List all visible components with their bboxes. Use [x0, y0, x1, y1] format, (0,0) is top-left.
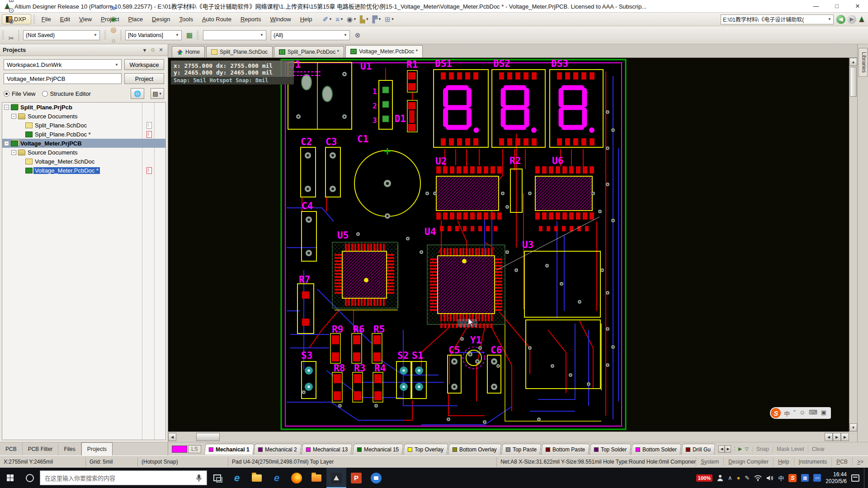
- grid-menu-icon[interactable]: ⊞▼: [383, 14, 396, 25]
- menu-place[interactable]: Place: [124, 14, 148, 25]
- folder-app-button[interactable]: [307, 468, 326, 488]
- collapse-icon[interactable]: −: [11, 150, 16, 155]
- file-view-radio[interactable]: File View: [4, 90, 36, 97]
- find-similar-icon[interactable]: ◉▼: [345, 14, 358, 25]
- layer-tab-mechanical-1[interactable]: Mechanical 1: [204, 444, 254, 455]
- user-icon[interactable]: [717, 475, 723, 481]
- doc-tab-home[interactable]: Home: [172, 46, 205, 57]
- menu-reports[interactable]: Reports: [236, 14, 266, 25]
- cursor-snap-icon[interactable]: ✐▼: [321, 14, 334, 25]
- task-view-button[interactable]: [207, 468, 227, 488]
- layer-tab-drill-gu[interactable]: Drill Gu: [681, 444, 716, 455]
- filter-select[interactable]: (All)▼: [271, 30, 350, 40]
- menu-view[interactable]: View: [75, 14, 96, 25]
- layer-tab-mechanical-15[interactable]: Mechanical 15: [352, 444, 403, 455]
- tray-expand-icon[interactable]: ∧: [728, 474, 732, 481]
- ime-toolbar[interactable]: S 中”☺⌨▣: [770, 407, 831, 419]
- clear-button[interactable]: Clear: [808, 446, 829, 452]
- libraries-panel-tab[interactable]: Libraries: [859, 48, 868, 77]
- cut-icon[interactable]: ✂: [6, 33, 17, 44]
- mask-level-button[interactable]: Mask Level: [773, 446, 808, 452]
- battery-status-badge[interactable]: 100%: [696, 474, 712, 482]
- layer-scroll-left-icon[interactable]: ◀: [718, 446, 725, 453]
- layer-tab-mechanical-2[interactable]: Mechanical 2: [254, 444, 302, 455]
- altium-taskbar-button[interactable]: [326, 468, 346, 488]
- collapse-icon[interactable]: −: [4, 141, 9, 146]
- show-desktop-button[interactable]: [864, 468, 866, 488]
- powerpoint-button[interactable]: P: [346, 468, 366, 488]
- pcb-canvas[interactable]: 123J1U1R1D1DS1DS2DS3C2C3C1U2R2U6C4U5U4U3…: [168, 58, 849, 432]
- wifi-icon[interactable]: [754, 475, 762, 481]
- structure-editor-radio[interactable]: Structure Editor: [42, 90, 91, 97]
- tray-keyboard-icon[interactable]: ▭: [813, 474, 821, 482]
- meeting-app-button[interactable]: [366, 468, 386, 488]
- collapse-icon[interactable]: −: [11, 114, 16, 119]
- browser-button[interactable]: e: [267, 468, 287, 488]
- tree-item-split-plane-schdoc[interactable]: Split_Plane.SchDoc≡≡: [2, 121, 165, 130]
- taskbar-clock[interactable]: 16:44 2020/5/6: [826, 471, 847, 485]
- panel-tab-pcb[interactable]: PCB: [0, 442, 23, 456]
- layer-tab-top-solder[interactable]: Top Solder: [590, 444, 632, 455]
- ime-keyboard-icon[interactable]: ⌨: [809, 409, 817, 418]
- status-instruments-button[interactable]: Instruments: [794, 457, 832, 466]
- pen-icon[interactable]: ✎: [745, 474, 750, 481]
- speaker-icon[interactable]: [766, 475, 774, 481]
- ime-mode-indicator[interactable]: 中: [778, 474, 784, 482]
- menu-design[interactable]: Design: [147, 14, 175, 25]
- layer-filter-icon[interactable]: ▽: [745, 446, 748, 452]
- tree-item-source-documents[interactable]: −Source Documents: [2, 148, 165, 157]
- doc-tab-split-plane-schdoc[interactable]: Split_Plane.SchDoc: [206, 46, 273, 57]
- panel-tab-projects[interactable]: Projects: [81, 442, 113, 456]
- scroll-page-right-icon[interactable]: ▶: [833, 433, 841, 441]
- vertical-scroll-thumb[interactable]: [850, 67, 857, 97]
- mask-select[interactable]: ▼: [203, 30, 266, 40]
- cortana-button[interactable]: [20, 468, 40, 488]
- zoom-format-icon[interactable]: ⊗: [6, 16, 17, 27]
- favorites-path-select[interactable]: E:\01教学材料\《电子设计辅助软(▼: [721, 14, 834, 24]
- horizontal-scroll-thumb[interactable]: [196, 433, 220, 441]
- project-button[interactable]: Project: [124, 73, 164, 84]
- interactive-route-icon[interactable]: ↗: [108, 0, 119, 3]
- menu-file[interactable]: File: [37, 14, 56, 25]
- menu-edit[interactable]: Edit: [56, 14, 75, 25]
- panel-tab-pcb-filter[interactable]: PCB Filter: [23, 442, 59, 456]
- taskbar-search-input[interactable]: 在这里输入你要搜索的内容: [40, 470, 207, 485]
- navigator-icon-button[interactable]: 🌐: [131, 88, 144, 99]
- status-pcb-button[interactable]: PCB: [831, 457, 852, 466]
- tree-item-voltage-meter-schdoc[interactable]: Voltage_Meter.SchDoc: [2, 157, 165, 166]
- home-page-icon[interactable]: [858, 16, 865, 23]
- tree-item-split-plane-prjpcb[interactable]: −Split_Plane.PrjPcb: [2, 103, 165, 112]
- layer-sets-button[interactable]: LS: [188, 445, 201, 453]
- layer-tab-bottom-paste[interactable]: Bottom Paste: [541, 444, 590, 455]
- tree-item-voltage-meter-pcbdoc[interactable]: Voltage_Meter.PcbDoc *≡≡: [2, 166, 165, 175]
- sogou-tray-icon[interactable]: S: [788, 474, 797, 482]
- layer-tab-top-overlay[interactable]: Top Overlay: [403, 444, 448, 455]
- snap-dots-icon[interactable]: ⁚: [734, 446, 736, 452]
- variations-select[interactable]: [No Variations]▼: [125, 30, 182, 40]
- panel-tab-files[interactable]: Files: [58, 442, 81, 456]
- close-button[interactable]: ✕: [847, 0, 868, 13]
- scroll-left-icon[interactable]: ◀: [168, 433, 176, 441]
- zoom-selected-icon[interactable]: ⊙: [6, 5, 17, 16]
- status--button[interactable]: >>: [852, 457, 868, 466]
- menu-auto-route[interactable]: Auto Route: [198, 14, 236, 25]
- tree-item-split-plane-pcbdoc[interactable]: Split_Plane.PcbDoc *≡≡: [2, 130, 165, 139]
- multi-route-icon[interactable]: ≫: [108, 3, 119, 14]
- workspace-select[interactable]: Workspace1.DsnWrk▼: [4, 59, 122, 70]
- workspace-button[interactable]: Workspace: [124, 59, 164, 70]
- vertical-scrollbar[interactable]: ▲ ▼: [849, 58, 857, 432]
- ime-cn-icon[interactable]: 中: [784, 409, 790, 418]
- nav-back-button[interactable]: ◀: [836, 15, 845, 24]
- tree-item-source-documents[interactable]: −Source Documents: [2, 112, 165, 121]
- room-icon[interactable]: ▛▼: [371, 14, 382, 25]
- menu-window[interactable]: Window: [265, 14, 295, 25]
- current-layer-swatch[interactable]: [172, 446, 187, 453]
- edge-button[interactable]: e: [227, 468, 247, 488]
- layer-scroll-right-icon[interactable]: ▶: [725, 446, 731, 453]
- ime-punct-icon[interactable]: ”: [793, 409, 795, 418]
- doc-tab-split-plane-pcbdoc[interactable]: Split_Plane.PcbDoc *: [274, 46, 344, 57]
- maximize-button[interactable]: □: [826, 0, 847, 13]
- microphone-icon[interactable]: [196, 474, 202, 482]
- status-dot-icon[interactable]: ●: [737, 474, 741, 481]
- open-document-icon-button[interactable]: ▤▼: [151, 88, 164, 99]
